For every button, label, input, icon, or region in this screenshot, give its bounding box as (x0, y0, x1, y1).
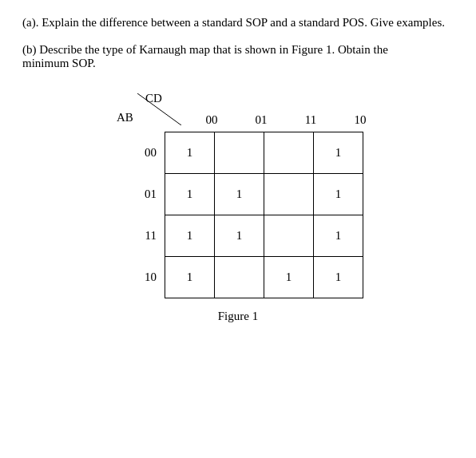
cell-00-10: 1 (314, 132, 363, 174)
cell-10-01 (215, 257, 264, 298)
cell-10-11: 1 (264, 257, 314, 298)
cell-10-10: 1 (314, 257, 363, 298)
cell-00-11 (264, 132, 314, 174)
kmap-container: CD AB 00 01 11 10 00 01 11 10 (22, 92, 454, 323)
col-header-00: 00 (187, 113, 236, 130)
cell-00-00: 1 (165, 132, 215, 174)
question-b: (b) Describe the type of Karnaugh map th… (22, 43, 454, 70)
col-header-11: 11 (286, 113, 335, 130)
question-b-line1: (b) Describe the type of Karnaugh map th… (22, 43, 454, 57)
cell-01-11 (264, 174, 314, 215)
cell-11-01: 1 (215, 215, 264, 257)
ab-cd-area: CD AB (115, 92, 187, 130)
kmap-rows-area: 00 01 11 10 1 1 1 1 1 1 1 1 (115, 132, 385, 298)
figure-caption: Figure 1 (218, 310, 258, 323)
ab-label: AB (117, 111, 133, 124)
col-header-01: 01 (236, 113, 286, 130)
cell-01-00: 1 (165, 174, 215, 215)
cell-11-11 (264, 215, 314, 257)
question-a: (a). Explain the difference between a st… (22, 16, 454, 30)
diagonal-line-icon (137, 93, 181, 125)
cell-10-00: 1 (165, 257, 215, 298)
cell-11-00: 1 (165, 215, 215, 257)
col-header-10: 10 (335, 113, 385, 130)
svg-line-0 (137, 93, 181, 125)
kmap-wrapper: CD AB 00 01 11 10 00 01 11 10 (115, 92, 385, 298)
kmap-grid: 1 1 1 1 1 1 1 1 1 1 1 (165, 132, 363, 298)
row-label-01: 01 (115, 173, 165, 215)
row-label-10: 10 (115, 256, 165, 298)
cell-00-01 (215, 132, 264, 174)
cell-01-10: 1 (314, 174, 363, 215)
cell-01-01: 1 (215, 174, 264, 215)
row-label-11: 11 (115, 215, 165, 256)
cell-11-10: 1 (314, 215, 363, 257)
question-a-text: (a). Explain the difference between a st… (22, 16, 454, 30)
row-labels: 00 01 11 10 (115, 132, 165, 298)
row-label-00: 00 (115, 132, 165, 173)
question-b-line2: minimum SOP. (22, 57, 454, 70)
